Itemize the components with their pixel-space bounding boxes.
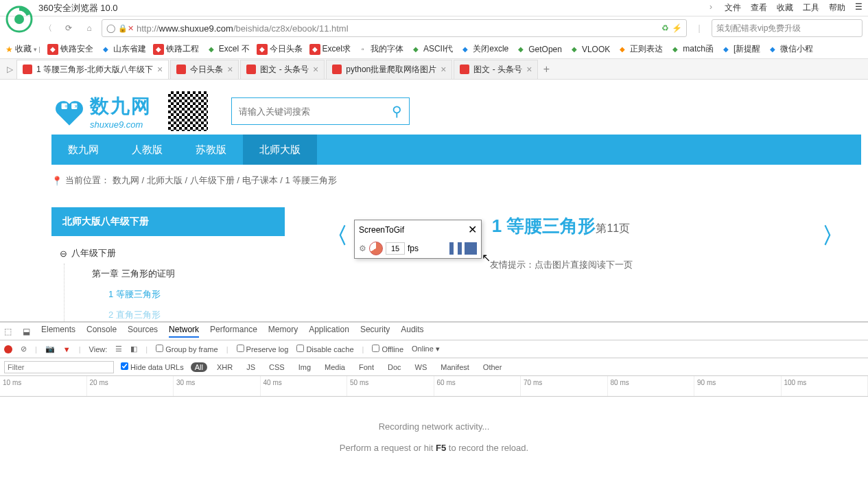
throttle-select[interactable]: Online ▾ [412, 345, 440, 353]
inspect-icon[interactable]: ⬚ [4, 327, 12, 336]
close-tab-icon[interactable]: × [157, 64, 163, 75]
prev-page-arrow[interactable]: 〈 [326, 221, 348, 251]
devtools-panel-tab[interactable]: Application [309, 325, 349, 338]
bookmark-item[interactable]: ◆山东省建 [100, 43, 146, 55]
view-list-icon[interactable]: ☰ [115, 345, 122, 353]
close-icon[interactable]: ✕ [468, 223, 477, 236]
devtools-panel-tab[interactable]: Network [169, 325, 199, 338]
filter-type-pill[interactable]: JS [242, 362, 259, 372]
breadcrumb-link[interactable]: 电子课本 [242, 175, 278, 185]
filter-type-pill[interactable]: Media [320, 362, 349, 372]
breadcrumb-link[interactable]: 八年级下册 [190, 175, 235, 185]
hide-data-urls-checkbox[interactable]: Hide data URLs [121, 362, 184, 371]
url-box[interactable]: ◯ 🔒✕ http://www.shuxue9.com/beishida/cz8… [102, 19, 687, 37]
recycle-icon[interactable]: ♻ [661, 23, 669, 33]
browser-tab[interactable]: python批量爬取网络图片× [326, 60, 452, 79]
bookmark-item[interactable]: ◆正则表达 [617, 43, 663, 55]
flash-icon[interactable]: ⚡ [672, 23, 682, 33]
filter-type-pill[interactable]: Font [355, 362, 378, 372]
filter-type-pill[interactable]: Manifest [436, 362, 473, 372]
bookmark-item[interactable]: ◆VLOOK [569, 43, 610, 55]
bookmark-item[interactable]: ◆GetOpen [515, 43, 562, 55]
pause-button[interactable] [449, 242, 462, 255]
disable-cache-checkbox[interactable]: Disable cache [296, 345, 353, 353]
menu-help[interactable]: 帮助 [829, 2, 845, 14]
bookmark-item[interactable]: ◆铁路安全 [47, 43, 93, 55]
device-icon[interactable]: ⬓ [23, 327, 30, 336]
site-logo[interactable]: +× 数九网 shuxue9.com [51, 93, 152, 130]
devtools-panel-tab[interactable]: Elements [41, 325, 75, 338]
offline-checkbox[interactable]: Offline [372, 345, 403, 353]
tree-root[interactable]: ⊖八年级下册 [51, 243, 285, 264]
filter-icon[interactable]: ▼ [63, 345, 71, 353]
tree-item-1[interactable]: 1 等腰三角形 [64, 284, 285, 305]
filter-type-pill[interactable]: WS [411, 362, 432, 372]
back-button[interactable]: 〈 [40, 20, 56, 36]
search-icon[interactable]: ⚲ [392, 103, 402, 119]
record-button[interactable] [4, 345, 12, 353]
url-text[interactable]: http://www.shuxue9.com/beishida/cz8x/ebo… [137, 23, 659, 34]
filter-type-pill[interactable]: Img [294, 362, 315, 372]
favorites-button[interactable]: ★ 收藏 ▾ | [5, 43, 40, 55]
bookmark-item[interactable]: ◆今日头条 [257, 43, 303, 55]
filter-type-pill[interactable]: Other [479, 362, 506, 372]
menu-tools[interactable]: 工具 [803, 2, 819, 14]
devtools-panel-tab[interactable]: Sources [128, 325, 158, 338]
menu-view[interactable]: 查看 [751, 2, 767, 14]
screentogif-window[interactable]: ScreenToGif ✕ ⚙ fps [354, 220, 482, 259]
camera-icon[interactable]: 📷 [45, 345, 55, 353]
bookmark-item[interactable]: ◆[新提醒 [720, 43, 760, 55]
menu-overflow-icon[interactable]: ☰ [855, 2, 863, 14]
browser-tab[interactable]: 图文 - 头条号× [240, 60, 325, 79]
timeline-ruler[interactable]: 10 ms20 ms30 ms40 ms50 ms60 ms70 ms80 ms… [0, 376, 868, 397]
bookmark-item[interactable]: ◆关闭excle [460, 43, 508, 55]
breadcrumb-link[interactable]: 北师大版 [147, 175, 183, 185]
view-frame-icon[interactable]: ◧ [130, 345, 137, 353]
filter-type-pill[interactable]: Doc [384, 362, 406, 372]
clear-icon[interactable]: ⊘ [21, 345, 27, 353]
next-page-arrow[interactable]: 〉 [822, 221, 844, 251]
filter-input[interactable] [4, 361, 114, 373]
nav-item[interactable]: 数九网 [51, 135, 115, 165]
bookmark-item[interactable]: ◆match函 [670, 43, 714, 55]
menu-file[interactable]: 文件 [725, 2, 741, 14]
nav-item[interactable]: 苏教版 [179, 135, 243, 165]
menu-favorites[interactable]: 收藏 [777, 2, 793, 14]
filter-type-pill[interactable]: CSS [265, 362, 289, 372]
bookmark-item[interactable]: ◆微信小程 [767, 43, 813, 55]
search-hint-box[interactable]: 策划配错表vip免费升级 [712, 19, 863, 37]
fps-input[interactable] [386, 242, 405, 255]
devtools-panel-tab[interactable]: Console [86, 325, 117, 338]
tree-item-2[interactable]: 2 直角三角形 [64, 305, 285, 321]
search-input[interactable] [239, 106, 392, 117]
tree-chapter[interactable]: 第一章 三角形的证明 [64, 264, 285, 284]
reload-button[interactable]: ⟳ [60, 20, 77, 36]
close-tab-icon[interactable]: × [227, 64, 233, 75]
bookmark-item[interactable]: ◆Excel求 [309, 43, 351, 55]
bookmark-item[interactable]: ◆铁路工程 [153, 43, 199, 55]
new-tab-button[interactable]: + [539, 63, 553, 75]
bookmark-item[interactable]: ◆Excel 不 [206, 43, 250, 55]
chevron-icon[interactable]: › [709, 2, 712, 14]
preserve-log-checkbox[interactable]: Preserve log [237, 345, 289, 353]
tab-scroll-left[interactable]: ▷ [3, 65, 16, 74]
browser-tab[interactable]: 1 等腰三角形-北师大版八年级下× [16, 60, 169, 79]
nav-item[interactable]: 北师大版 [243, 135, 317, 165]
browser-tab[interactable]: 图文 - 头条号× [454, 60, 538, 79]
devtools-panel-tab[interactable]: Memory [268, 325, 298, 338]
close-tab-icon[interactable]: × [441, 64, 446, 75]
close-tab-icon[interactable]: × [526, 64, 532, 75]
bookmark-item[interactable]: ◆ASCII代 [410, 43, 453, 55]
devtools-panel-tab[interactable]: Security [360, 325, 390, 338]
breadcrumb-link[interactable]: 1 等腰三角形 [285, 175, 337, 185]
breadcrumb-link[interactable]: 数九网 [113, 175, 139, 185]
bookmark-item[interactable]: ▫我的字体 [357, 43, 403, 55]
filter-type-pill[interactable]: XHR [213, 362, 237, 372]
home-button[interactable]: ⌂ [81, 20, 97, 36]
devtools-panel-tab[interactable]: Performance [210, 325, 257, 338]
devtools-panel-tab[interactable]: Audits [401, 325, 423, 338]
close-tab-icon[interactable]: × [313, 64, 318, 75]
group-by-frame-checkbox[interactable]: Group by frame [156, 345, 218, 353]
nav-item[interactable]: 人教版 [115, 135, 179, 165]
browser-tab[interactable]: 今日头条× [170, 60, 239, 79]
